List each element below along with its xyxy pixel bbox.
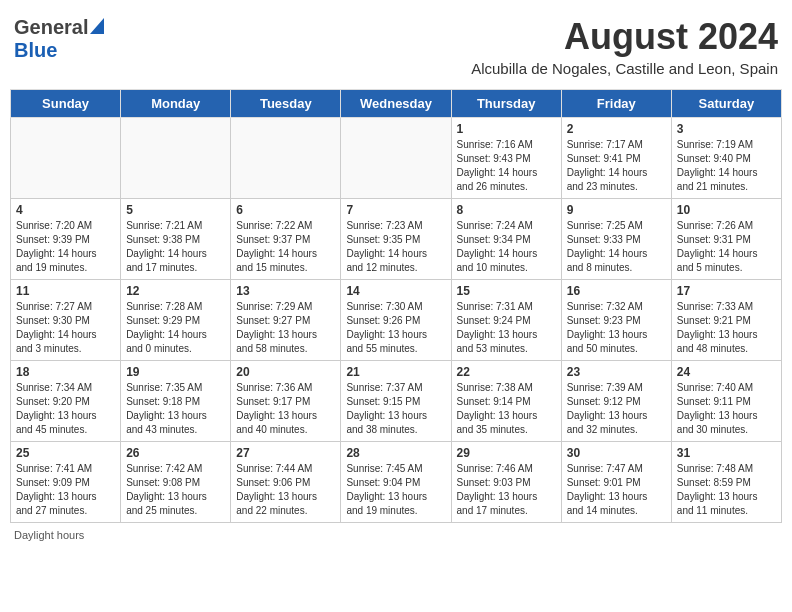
subtitle: Alcubilla de Nogales, Castille and Leon,… — [471, 60, 778, 77]
day-info: Sunrise: 7:44 AMSunset: 9:06 PMDaylight:… — [236, 462, 335, 518]
calendar-cell: 30Sunrise: 7:47 AMSunset: 9:01 PMDayligh… — [561, 442, 671, 523]
calendar-cell: 14Sunrise: 7:30 AMSunset: 9:26 PMDayligh… — [341, 280, 451, 361]
calendar-cell — [341, 118, 451, 199]
day-info: Sunrise: 7:34 AMSunset: 9:20 PMDaylight:… — [16, 381, 115, 437]
calendar-week-row: 25Sunrise: 7:41 AMSunset: 9:09 PMDayligh… — [11, 442, 782, 523]
weekday-header-saturday: Saturday — [671, 90, 781, 118]
day-info: Sunrise: 7:47 AMSunset: 9:01 PMDaylight:… — [567, 462, 666, 518]
calendar-cell: 21Sunrise: 7:37 AMSunset: 9:15 PMDayligh… — [341, 361, 451, 442]
calendar-cell: 3Sunrise: 7:19 AMSunset: 9:40 PMDaylight… — [671, 118, 781, 199]
calendar-cell: 19Sunrise: 7:35 AMSunset: 9:18 PMDayligh… — [121, 361, 231, 442]
day-number: 8 — [457, 203, 556, 217]
logo-general-text: General — [14, 16, 88, 39]
calendar-cell: 10Sunrise: 7:26 AMSunset: 9:31 PMDayligh… — [671, 199, 781, 280]
day-info: Sunrise: 7:46 AMSunset: 9:03 PMDaylight:… — [457, 462, 556, 518]
day-info: Sunrise: 7:25 AMSunset: 9:33 PMDaylight:… — [567, 219, 666, 275]
calendar-cell: 27Sunrise: 7:44 AMSunset: 9:06 PMDayligh… — [231, 442, 341, 523]
calendar-cell: 16Sunrise: 7:32 AMSunset: 9:23 PMDayligh… — [561, 280, 671, 361]
day-info: Sunrise: 7:20 AMSunset: 9:39 PMDaylight:… — [16, 219, 115, 275]
day-number: 2 — [567, 122, 666, 136]
calendar-cell: 1Sunrise: 7:16 AMSunset: 9:43 PMDaylight… — [451, 118, 561, 199]
calendar-cell: 31Sunrise: 7:48 AMSunset: 8:59 PMDayligh… — [671, 442, 781, 523]
weekday-header-thursday: Thursday — [451, 90, 561, 118]
calendar-cell: 23Sunrise: 7:39 AMSunset: 9:12 PMDayligh… — [561, 361, 671, 442]
day-info: Sunrise: 7:27 AMSunset: 9:30 PMDaylight:… — [16, 300, 115, 356]
day-number: 31 — [677, 446, 776, 460]
day-number: 25 — [16, 446, 115, 460]
day-info: Sunrise: 7:42 AMSunset: 9:08 PMDaylight:… — [126, 462, 225, 518]
calendar-cell — [121, 118, 231, 199]
calendar-cell: 15Sunrise: 7:31 AMSunset: 9:24 PMDayligh… — [451, 280, 561, 361]
day-info: Sunrise: 7:21 AMSunset: 9:38 PMDaylight:… — [126, 219, 225, 275]
day-number: 28 — [346, 446, 445, 460]
day-info: Sunrise: 7:19 AMSunset: 9:40 PMDaylight:… — [677, 138, 776, 194]
day-info: Sunrise: 7:24 AMSunset: 9:34 PMDaylight:… — [457, 219, 556, 275]
day-info: Sunrise: 7:22 AMSunset: 9:37 PMDaylight:… — [236, 219, 335, 275]
calendar-week-row: 11Sunrise: 7:27 AMSunset: 9:30 PMDayligh… — [11, 280, 782, 361]
day-number: 21 — [346, 365, 445, 379]
day-number: 26 — [126, 446, 225, 460]
calendar-cell: 2Sunrise: 7:17 AMSunset: 9:41 PMDaylight… — [561, 118, 671, 199]
calendar-cell: 18Sunrise: 7:34 AMSunset: 9:20 PMDayligh… — [11, 361, 121, 442]
day-number: 10 — [677, 203, 776, 217]
day-number: 11 — [16, 284, 115, 298]
calendar-week-row: 1Sunrise: 7:16 AMSunset: 9:43 PMDaylight… — [11, 118, 782, 199]
calendar-cell: 22Sunrise: 7:38 AMSunset: 9:14 PMDayligh… — [451, 361, 561, 442]
day-number: 3 — [677, 122, 776, 136]
weekday-header-friday: Friday — [561, 90, 671, 118]
calendar-cell: 12Sunrise: 7:28 AMSunset: 9:29 PMDayligh… — [121, 280, 231, 361]
calendar-cell: 5Sunrise: 7:21 AMSunset: 9:38 PMDaylight… — [121, 199, 231, 280]
calendar-cell: 6Sunrise: 7:22 AMSunset: 9:37 PMDaylight… — [231, 199, 341, 280]
calendar-cell: 4Sunrise: 7:20 AMSunset: 9:39 PMDaylight… — [11, 199, 121, 280]
day-number: 12 — [126, 284, 225, 298]
weekday-header-wednesday: Wednesday — [341, 90, 451, 118]
logo-blue-text: Blue — [14, 39, 57, 61]
day-info: Sunrise: 7:32 AMSunset: 9:23 PMDaylight:… — [567, 300, 666, 356]
calendar-cell: 26Sunrise: 7:42 AMSunset: 9:08 PMDayligh… — [121, 442, 231, 523]
header: General Blue August 2024 Alcubilla de No… — [10, 10, 782, 83]
day-number: 23 — [567, 365, 666, 379]
day-number: 24 — [677, 365, 776, 379]
title-area: August 2024 Alcubilla de Nogales, Castil… — [471, 16, 778, 77]
day-info: Sunrise: 7:37 AMSunset: 9:15 PMDaylight:… — [346, 381, 445, 437]
day-info: Sunrise: 7:16 AMSunset: 9:43 PMDaylight:… — [457, 138, 556, 194]
calendar-cell: 25Sunrise: 7:41 AMSunset: 9:09 PMDayligh… — [11, 442, 121, 523]
day-info: Sunrise: 7:33 AMSunset: 9:21 PMDaylight:… — [677, 300, 776, 356]
calendar-cell: 8Sunrise: 7:24 AMSunset: 9:34 PMDaylight… — [451, 199, 561, 280]
calendar-cell: 29Sunrise: 7:46 AMSunset: 9:03 PMDayligh… — [451, 442, 561, 523]
day-info: Sunrise: 7:48 AMSunset: 8:59 PMDaylight:… — [677, 462, 776, 518]
calendar-cell: 7Sunrise: 7:23 AMSunset: 9:35 PMDaylight… — [341, 199, 451, 280]
calendar-cell — [11, 118, 121, 199]
calendar-cell: 28Sunrise: 7:45 AMSunset: 9:04 PMDayligh… — [341, 442, 451, 523]
day-info: Sunrise: 7:35 AMSunset: 9:18 PMDaylight:… — [126, 381, 225, 437]
footer-note: Daylight hours — [10, 529, 782, 541]
day-info: Sunrise: 7:26 AMSunset: 9:31 PMDaylight:… — [677, 219, 776, 275]
calendar-header-row: SundayMondayTuesdayWednesdayThursdayFrid… — [11, 90, 782, 118]
day-info: Sunrise: 7:40 AMSunset: 9:11 PMDaylight:… — [677, 381, 776, 437]
day-number: 15 — [457, 284, 556, 298]
day-info: Sunrise: 7:30 AMSunset: 9:26 PMDaylight:… — [346, 300, 445, 356]
day-number: 5 — [126, 203, 225, 217]
calendar-cell: 17Sunrise: 7:33 AMSunset: 9:21 PMDayligh… — [671, 280, 781, 361]
main-title: August 2024 — [471, 16, 778, 58]
calendar-cell: 11Sunrise: 7:27 AMSunset: 9:30 PMDayligh… — [11, 280, 121, 361]
weekday-header-monday: Monday — [121, 90, 231, 118]
calendar-table: SundayMondayTuesdayWednesdayThursdayFrid… — [10, 89, 782, 523]
day-info: Sunrise: 7:28 AMSunset: 9:29 PMDaylight:… — [126, 300, 225, 356]
calendar-week-row: 18Sunrise: 7:34 AMSunset: 9:20 PMDayligh… — [11, 361, 782, 442]
day-number: 9 — [567, 203, 666, 217]
calendar-cell — [231, 118, 341, 199]
day-info: Sunrise: 7:38 AMSunset: 9:14 PMDaylight:… — [457, 381, 556, 437]
day-number: 13 — [236, 284, 335, 298]
day-info: Sunrise: 7:36 AMSunset: 9:17 PMDaylight:… — [236, 381, 335, 437]
day-number: 30 — [567, 446, 666, 460]
calendar-cell: 9Sunrise: 7:25 AMSunset: 9:33 PMDaylight… — [561, 199, 671, 280]
day-number: 6 — [236, 203, 335, 217]
day-number: 1 — [457, 122, 556, 136]
logo: General Blue — [14, 16, 104, 62]
day-number: 14 — [346, 284, 445, 298]
day-info: Sunrise: 7:17 AMSunset: 9:41 PMDaylight:… — [567, 138, 666, 194]
calendar-cell: 24Sunrise: 7:40 AMSunset: 9:11 PMDayligh… — [671, 361, 781, 442]
day-number: 20 — [236, 365, 335, 379]
day-info: Sunrise: 7:29 AMSunset: 9:27 PMDaylight:… — [236, 300, 335, 356]
